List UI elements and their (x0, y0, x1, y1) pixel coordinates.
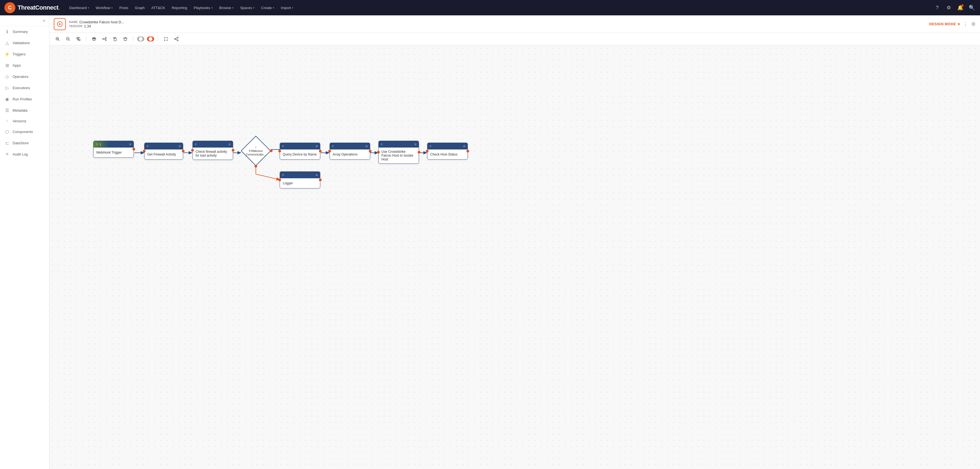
sidebar-item-operators[interactable]: ◇ Operators (0, 71, 49, 82)
node-menu-icon[interactable]: ≡ (316, 144, 318, 148)
canvas-toolbar (49, 33, 980, 45)
node-left-connector[interactable] (278, 150, 281, 153)
fullscreen-button[interactable] (162, 35, 170, 43)
node-menu-icon[interactable]: ≡ (463, 144, 465, 148)
toggle-dot (139, 37, 143, 41)
diamond-right-connector[interactable] (270, 149, 272, 152)
components-icon: ⬡ (5, 129, 10, 134)
sidebar-collapse-button[interactable]: « (0, 15, 49, 26)
node-right-connector[interactable] (418, 151, 420, 154)
sidebar-item-datastore[interactable]: ⊏ DataStore (0, 137, 49, 149)
node-if-malicious[interactable]: ≡ If Malicious Communicatio... (241, 136, 271, 166)
workflow-actions: DESIGN MODE ▾ ⋮ ⚙ (929, 21, 975, 27)
nav-dashboard[interactable]: Dashboard ▾ (66, 4, 92, 11)
node-right-connector[interactable] (369, 150, 372, 153)
run-profiles-icon: ◉ (5, 97, 10, 102)
more-options-icon[interactable]: ⋮ (963, 21, 968, 27)
node-use-crowdstrike[interactable]: # ≡ Use Crowdstrike Falcon Host to Isola… (379, 141, 419, 164)
node-query-device[interactable]: # ≡ Query Device by Name (280, 143, 320, 160)
fit-screen-button[interactable] (75, 35, 82, 43)
sidebar-item-audit-log[interactable]: ≡ Audit Log (0, 149, 49, 160)
toggle-2-button[interactable] (147, 37, 154, 41)
help-icon[interactable]: ? (933, 4, 941, 11)
node-right-connector[interactable] (319, 150, 321, 153)
zoom-out-button[interactable] (64, 35, 72, 43)
node-get-firewall[interactable]: # ≡ Get Firewall Activity (144, 143, 183, 160)
node-menu-icon[interactable]: ≡ (366, 144, 368, 148)
sidebar-item-validations[interactable]: △ Validations (0, 37, 49, 49)
node-right-connector[interactable] (319, 178, 321, 181)
nav-playbooks[interactable]: Playbooks ▾ (191, 4, 216, 11)
node-menu-icon[interactable]: ≡ (414, 142, 417, 146)
design-mode-button[interactable]: DESIGN MODE ▾ (929, 22, 960, 26)
node-left-connector[interactable] (426, 150, 429, 153)
cube-icon-button[interactable] (90, 35, 98, 43)
node-left-connector[interactable] (191, 149, 194, 152)
node-label: Check Host Status (428, 149, 468, 159)
nav-attck[interactable]: ATT&CK (149, 4, 168, 11)
chevron-down-icon: ▾ (958, 22, 960, 26)
svg-point-6 (105, 37, 107, 38)
chevron-down-icon: ▾ (273, 6, 274, 10)
workflow-header: NAME Crowdstrike Falcon host D... VERSIO… (49, 15, 980, 33)
node-left-connector[interactable] (328, 150, 331, 153)
nav-workflow[interactable]: Workflow ▾ (93, 4, 115, 11)
workflow-canvas[interactable]: ⚙ 1 ≡ WebHook Trigger # ≡ Get Firewall A… (49, 45, 980, 469)
nav-browse[interactable]: Browse ▾ (216, 4, 236, 11)
sidebar-item-run-profiles[interactable]: ◉ Run Profiles (0, 94, 49, 105)
nav-graph[interactable]: Graph (132, 4, 148, 11)
sidebar-item-versions[interactable]: ⑂ Versions (0, 116, 49, 126)
sidebar-item-apps[interactable]: ⊞ Apps (0, 60, 49, 71)
node-right-connector[interactable] (232, 149, 234, 152)
toolbar-separator-3 (158, 36, 158, 42)
nav-spaces[interactable]: Spaces ▾ (237, 4, 257, 11)
sidebar-item-components[interactable]: ⬡ Components (0, 126, 49, 137)
toolbar-separator (86, 36, 86, 42)
sidebar-item-summary[interactable]: ℹ Summary (0, 26, 49, 37)
node-right-connector[interactable] (132, 148, 135, 151)
node-menu-icon[interactable]: ≡ (129, 142, 131, 146)
node-array-operations[interactable]: # ≡ Array Operations (329, 143, 370, 160)
node-right-connector[interactable] (182, 150, 185, 153)
nav-icon-group: ? ⚙ 🔔 🔍 (933, 4, 975, 11)
sidebar-item-triggers[interactable]: ⚡ Triggers (0, 49, 49, 60)
node-check-firewall[interactable]: # ≡ Check firewall activity for bad acti… (192, 141, 233, 160)
hash-icon: # (282, 145, 284, 148)
copy-button[interactable] (111, 35, 119, 43)
node-menu-icon[interactable]: ≡ (228, 142, 231, 146)
delete-button[interactable] (121, 35, 129, 43)
settings-icon[interactable]: ⚙ (971, 21, 975, 27)
svg-point-10 (177, 40, 178, 41)
node-left-connector[interactable] (377, 151, 380, 154)
diamond-bottom-connector[interactable] (255, 165, 257, 168)
node-check-host-status[interactable]: # ≡ Check Host Status (427, 143, 468, 160)
node-menu-icon[interactable]: ≡ (316, 173, 318, 177)
settings-icon[interactable]: ⚙ (945, 4, 953, 11)
warning-icon: △ (5, 40, 10, 46)
node-left-connector[interactable] (143, 150, 146, 153)
svg-rect-8 (114, 38, 116, 41)
share-button[interactable] (172, 35, 180, 43)
toggle-dot (149, 37, 153, 41)
hash-icon: # (147, 145, 148, 148)
toggle-1-button[interactable] (137, 37, 144, 41)
nav-reporting[interactable]: Reporting (169, 4, 190, 11)
zoom-in-button[interactable] (54, 35, 61, 43)
node-menu-icon[interactable]: ≡ (178, 144, 181, 148)
sidebar-item-executions[interactable]: ▷ Executions (0, 82, 49, 94)
connect-nodes-button[interactable] (101, 35, 108, 43)
node-webhook-trigger[interactable]: ⚙ 1 ≡ WebHook Trigger (93, 141, 134, 158)
search-icon[interactable]: 🔍 (968, 4, 975, 11)
nav-create[interactable]: Create ▾ (258, 4, 277, 11)
node-logger[interactable]: # ≡ Logger (280, 172, 320, 188)
nav-import[interactable]: Import ▾ (278, 4, 296, 11)
sidebar-item-metadata[interactable]: ☰ Metadata (0, 105, 49, 116)
nav-posts[interactable]: Posts (116, 4, 131, 11)
node-header: # ≡ (193, 141, 233, 148)
logo[interactable]: C ThreatConnect. (5, 2, 60, 13)
trigger-icon: ⚡ (5, 52, 10, 57)
notifications-icon[interactable]: 🔔 (956, 4, 964, 11)
node-left-connector[interactable] (278, 178, 281, 181)
node-right-connector[interactable] (466, 150, 469, 153)
svg-rect-4 (79, 39, 80, 41)
